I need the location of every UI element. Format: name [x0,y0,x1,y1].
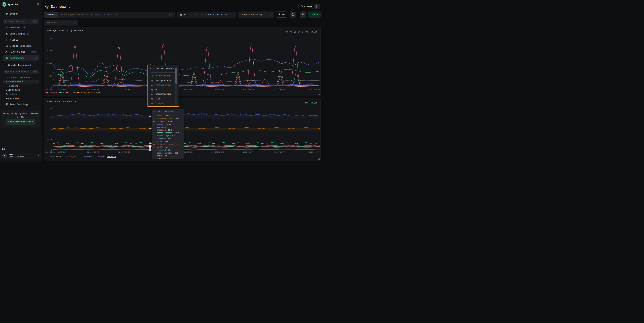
svg-text:?: ? [3,148,4,150]
